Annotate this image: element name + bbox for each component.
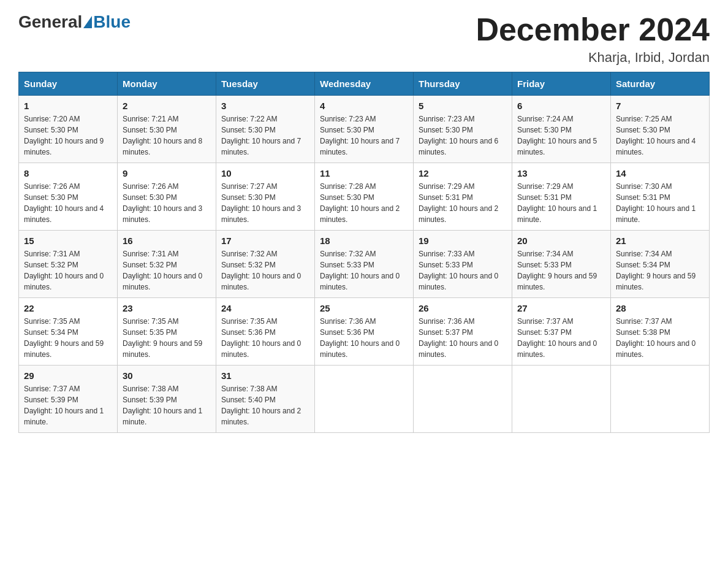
day-number: 24 <box>221 303 309 313</box>
day-number: 31 <box>221 370 309 381</box>
day-info: Sunrise: 7:31 AMSunset: 5:32 PMDaylight:… <box>123 250 202 291</box>
calendar-week-row: 22 Sunrise: 7:35 AMSunset: 5:34 PMDaylig… <box>19 298 710 366</box>
day-number: 17 <box>221 236 309 246</box>
calendar-cell: 14 Sunrise: 7:30 AMSunset: 5:31 PMDaylig… <box>611 163 710 231</box>
day-info: Sunrise: 7:32 AMSunset: 5:32 PMDaylight:… <box>221 250 301 291</box>
day-info: Sunrise: 7:35 AMSunset: 5:35 PMDaylight:… <box>123 317 202 359</box>
day-number: 4 <box>320 101 408 111</box>
month-year-title: December 2024 <box>476 12 710 47</box>
day-info: Sunrise: 7:38 AMSunset: 5:39 PMDaylight:… <box>123 385 202 426</box>
day-number: 14 <box>616 168 704 178</box>
calendar-week-row: 8 Sunrise: 7:26 AMSunset: 5:30 PMDayligh… <box>19 163 710 231</box>
calendar-cell: 15 Sunrise: 7:31 AMSunset: 5:32 PMDaylig… <box>19 231 118 298</box>
day-number: 8 <box>24 168 112 178</box>
day-number: 12 <box>419 168 507 178</box>
calendar-cell: 17 Sunrise: 7:32 AMSunset: 5:32 PMDaylig… <box>216 231 315 298</box>
day-info: Sunrise: 7:34 AMSunset: 5:33 PMDaylight:… <box>517 250 597 291</box>
calendar-cell: 26 Sunrise: 7:36 AMSunset: 5:37 PMDaylig… <box>414 298 512 366</box>
weekday-header-friday: Friday <box>512 72 611 96</box>
day-info: Sunrise: 7:37 AMSunset: 5:38 PMDaylight:… <box>616 317 696 359</box>
day-info: Sunrise: 7:21 AMSunset: 5:30 PMDaylight:… <box>123 115 202 156</box>
calendar-cell: 30 Sunrise: 7:38 AMSunset: 5:39 PMDaylig… <box>118 366 216 433</box>
calendar-cell: 22 Sunrise: 7:35 AMSunset: 5:34 PMDaylig… <box>19 298 118 366</box>
logo-general-text: General <box>18 12 82 32</box>
day-info: Sunrise: 7:24 AMSunset: 5:30 PMDaylight:… <box>517 115 597 156</box>
day-number: 10 <box>221 168 309 178</box>
calendar-cell <box>315 366 414 433</box>
calendar-header-row: SundayMondayTuesdayWednesdayThursdayFrid… <box>19 72 710 96</box>
day-number: 19 <box>419 236 507 246</box>
calendar-cell: 23 Sunrise: 7:35 AMSunset: 5:35 PMDaylig… <box>118 298 216 366</box>
day-info: Sunrise: 7:35 AMSunset: 5:36 PMDaylight:… <box>221 317 301 359</box>
logo-triangle-icon <box>83 16 92 28</box>
calendar-cell: 4 Sunrise: 7:23 AMSunset: 5:30 PMDayligh… <box>315 96 414 163</box>
day-info: Sunrise: 7:29 AMSunset: 5:31 PMDaylight:… <box>419 182 498 224</box>
calendar-cell: 19 Sunrise: 7:33 AMSunset: 5:33 PMDaylig… <box>414 231 512 298</box>
day-info: Sunrise: 7:23 AMSunset: 5:30 PMDaylight:… <box>419 115 498 156</box>
day-number: 15 <box>24 236 112 246</box>
calendar-cell: 6 Sunrise: 7:24 AMSunset: 5:30 PMDayligh… <box>512 96 611 163</box>
calendar-cell: 7 Sunrise: 7:25 AMSunset: 5:30 PMDayligh… <box>611 96 710 163</box>
day-number: 27 <box>517 303 605 313</box>
calendar-cell: 5 Sunrise: 7:23 AMSunset: 5:30 PMDayligh… <box>414 96 512 163</box>
calendar-cell: 18 Sunrise: 7:32 AMSunset: 5:33 PMDaylig… <box>315 231 414 298</box>
day-info: Sunrise: 7:26 AMSunset: 5:30 PMDaylight:… <box>123 182 202 224</box>
day-number: 11 <box>320 168 408 178</box>
calendar-cell: 27 Sunrise: 7:37 AMSunset: 5:37 PMDaylig… <box>512 298 611 366</box>
day-number: 9 <box>123 168 211 178</box>
logo: General Blue <box>18 12 131 32</box>
day-number: 1 <box>24 101 112 111</box>
calendar-cell: 12 Sunrise: 7:29 AMSunset: 5:31 PMDaylig… <box>414 163 512 231</box>
day-number: 5 <box>419 101 507 111</box>
calendar-cell: 20 Sunrise: 7:34 AMSunset: 5:33 PMDaylig… <box>512 231 611 298</box>
calendar-cell <box>414 366 512 433</box>
day-number: 26 <box>419 303 507 313</box>
logo-blue-text: Blue <box>93 12 131 32</box>
calendar-cell: 3 Sunrise: 7:22 AMSunset: 5:30 PMDayligh… <box>216 96 315 163</box>
calendar-cell: 24 Sunrise: 7:35 AMSunset: 5:36 PMDaylig… <box>216 298 315 366</box>
calendar-cell: 29 Sunrise: 7:37 AMSunset: 5:39 PMDaylig… <box>19 366 118 433</box>
day-info: Sunrise: 7:37 AMSunset: 5:37 PMDaylight:… <box>517 317 597 359</box>
day-info: Sunrise: 7:27 AMSunset: 5:30 PMDaylight:… <box>221 182 301 224</box>
day-info: Sunrise: 7:22 AMSunset: 5:30 PMDaylight:… <box>221 115 301 156</box>
calendar-cell: 25 Sunrise: 7:36 AMSunset: 5:36 PMDaylig… <box>315 298 414 366</box>
day-info: Sunrise: 7:38 AMSunset: 5:40 PMDaylight:… <box>221 385 301 426</box>
day-number: 30 <box>123 370 211 381</box>
day-info: Sunrise: 7:33 AMSunset: 5:33 PMDaylight:… <box>419 250 498 291</box>
calendar-cell <box>512 366 611 433</box>
calendar-cell: 11 Sunrise: 7:28 AMSunset: 5:30 PMDaylig… <box>315 163 414 231</box>
day-info: Sunrise: 7:31 AMSunset: 5:32 PMDaylight:… <box>24 250 104 291</box>
calendar-week-row: 15 Sunrise: 7:31 AMSunset: 5:32 PMDaylig… <box>19 231 710 298</box>
weekday-header-monday: Monday <box>118 72 216 96</box>
day-number: 25 <box>320 303 408 313</box>
day-info: Sunrise: 7:20 AMSunset: 5:30 PMDaylight:… <box>24 115 104 156</box>
calendar-cell: 31 Sunrise: 7:38 AMSunset: 5:40 PMDaylig… <box>216 366 315 433</box>
day-number: 2 <box>123 101 211 111</box>
day-number: 6 <box>517 101 605 111</box>
day-info: Sunrise: 7:37 AMSunset: 5:39 PMDaylight:… <box>24 385 104 426</box>
day-info: Sunrise: 7:35 AMSunset: 5:34 PMDaylight:… <box>24 317 104 359</box>
day-info: Sunrise: 7:25 AMSunset: 5:30 PMDaylight:… <box>616 115 696 156</box>
weekday-header-tuesday: Tuesday <box>216 72 315 96</box>
calendar-cell: 1 Sunrise: 7:20 AMSunset: 5:30 PMDayligh… <box>19 96 118 163</box>
calendar-cell: 9 Sunrise: 7:26 AMSunset: 5:30 PMDayligh… <box>118 163 216 231</box>
day-info: Sunrise: 7:29 AMSunset: 5:31 PMDaylight:… <box>517 182 597 224</box>
day-number: 28 <box>616 303 704 313</box>
day-info: Sunrise: 7:30 AMSunset: 5:31 PMDaylight:… <box>616 182 696 224</box>
calendar-cell: 16 Sunrise: 7:31 AMSunset: 5:32 PMDaylig… <box>118 231 216 298</box>
title-section: December 2024 Kharja, Irbid, Jordan <box>476 12 710 66</box>
weekday-header-wednesday: Wednesday <box>315 72 414 96</box>
calendar-week-row: 29 Sunrise: 7:37 AMSunset: 5:39 PMDaylig… <box>19 366 710 433</box>
day-number: 13 <box>517 168 605 178</box>
calendar-cell: 8 Sunrise: 7:26 AMSunset: 5:30 PMDayligh… <box>19 163 118 231</box>
day-info: Sunrise: 7:34 AMSunset: 5:34 PMDaylight:… <box>616 250 696 291</box>
calendar-week-row: 1 Sunrise: 7:20 AMSunset: 5:30 PMDayligh… <box>19 96 710 163</box>
day-number: 22 <box>24 303 112 313</box>
page-header: General Blue December 2024 Kharja, Irbid… <box>18 12 710 66</box>
calendar-cell <box>611 366 710 433</box>
calendar-cell: 10 Sunrise: 7:27 AMSunset: 5:30 PMDaylig… <box>216 163 315 231</box>
day-number: 20 <box>517 236 605 246</box>
day-info: Sunrise: 7:36 AMSunset: 5:36 PMDaylight:… <box>320 317 400 359</box>
day-info: Sunrise: 7:32 AMSunset: 5:33 PMDaylight:… <box>320 250 400 291</box>
day-number: 3 <box>221 101 309 111</box>
